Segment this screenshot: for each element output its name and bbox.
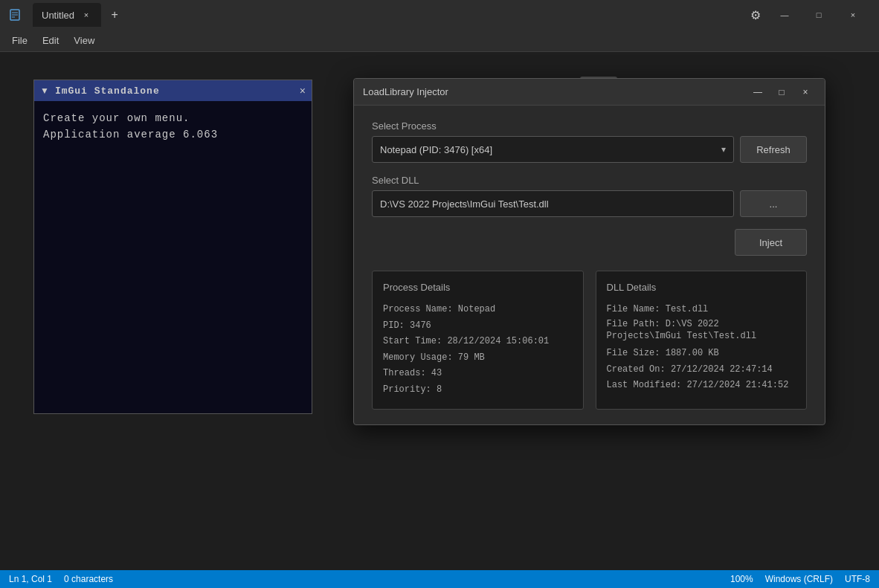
tab-close-btn[interactable]: × bbox=[80, 9, 92, 21]
process-detail-3: Memory Usage: 79 MB bbox=[383, 350, 573, 366]
dialog-content: Select Process Notepad (PID: 3476) [x64]… bbox=[354, 106, 825, 424]
dialog-minimize-btn[interactable]: — bbox=[747, 83, 768, 101]
browse-btn[interactable]: ... bbox=[740, 190, 807, 217]
menu-edit[interactable]: Edit bbox=[36, 32, 65, 49]
notepad-tab[interactable]: Untitled × bbox=[33, 3, 101, 27]
process-detail-5: Priority: 8 bbox=[383, 382, 573, 398]
dropdown-arrow-icon: ▾ bbox=[721, 144, 726, 155]
new-tab-btn[interactable]: + bbox=[104, 4, 125, 25]
menu-file[interactable]: File bbox=[6, 32, 33, 49]
dll-field-row: D:\VS 2022 Projects\ImGui Test\Test.dll … bbox=[372, 190, 807, 217]
line-endings: Windows (CRLF) bbox=[765, 574, 833, 584]
dll-detail-4: Last Modified: 27/12/2024 21:41:52 bbox=[607, 378, 796, 394]
process-details-title: Process Details bbox=[383, 282, 573, 293]
process-detail-2: Start Time: 28/12/2024 15:06:01 bbox=[383, 334, 573, 350]
gear-icon: ⚙ bbox=[750, 8, 761, 22]
dll-detail-1: File Path: D:\VS 2022 Projects\ImGui Tes… bbox=[607, 318, 796, 343]
imgui-content: Create your own menu. Application averag… bbox=[34, 101, 312, 413]
imgui-titlebar: ▼ ImGui Standalone × bbox=[34, 80, 312, 101]
dll-details-panel: DLL Details File Name: Test.dll File Pat… bbox=[596, 271, 808, 410]
minimize-btn[interactable]: — bbox=[767, 3, 802, 27]
dll-detail-3: Created On: 27/12/2024 22:47:14 bbox=[607, 362, 796, 378]
close-btn[interactable]: × bbox=[836, 3, 870, 27]
cursor-position: Ln 1, Col 1 bbox=[9, 574, 52, 584]
zoom-level: 100% bbox=[730, 574, 753, 584]
window-controls: — □ × bbox=[767, 3, 870, 27]
dll-detail-2: File Size: 1887.00 KB bbox=[607, 346, 796, 362]
imgui-window: ▼ ImGui Standalone × Create your own men… bbox=[33, 80, 312, 414]
details-row: Process Details Process Name: Notepad PI… bbox=[372, 271, 807, 410]
dialog-titlebar: LoadLibrary Injector — □ × bbox=[354, 79, 825, 106]
refresh-btn[interactable]: Refresh bbox=[740, 136, 807, 163]
select-dll-label: Select DLL bbox=[372, 175, 807, 186]
process-detail-4: Threads: 43 bbox=[383, 366, 573, 382]
process-details-panel: Process Details Process Name: Notepad PI… bbox=[372, 271, 584, 410]
dll-detail-0: File Name: Test.dll bbox=[607, 302, 796, 318]
dialog-close-btn[interactable]: × bbox=[795, 83, 816, 101]
maximize-btn[interactable]: □ bbox=[802, 3, 836, 27]
process-detail-1: PID: 3476 bbox=[383, 318, 573, 335]
dialog-controls: — □ × bbox=[747, 83, 816, 101]
notepad-titlebar: Untitled × + ⚙ — □ × bbox=[0, 0, 879, 30]
process-dropdown[interactable]: Notepad (PID: 3476) [x64] ▾ bbox=[372, 136, 734, 163]
process-field-row: Notepad (PID: 3476) [x64] ▾ Refresh bbox=[372, 136, 807, 163]
settings-btn[interactable]: ⚙ bbox=[744, 3, 767, 27]
select-process-label: Select Process bbox=[372, 120, 807, 132]
imgui-title: ImGui Standalone bbox=[55, 85, 294, 97]
encoding: UTF-8 bbox=[845, 574, 870, 584]
injector-dialog: LoadLibrary Injector — □ × Select Proces… bbox=[353, 78, 825, 425]
imgui-line2: Application average 6.063 bbox=[43, 126, 303, 143]
tab-title: Untitled bbox=[42, 10, 74, 21]
imgui-close-btn[interactable]: × bbox=[300, 85, 306, 97]
dll-details-title: DLL Details bbox=[607, 282, 796, 293]
menu-view[interactable]: View bbox=[68, 32, 100, 49]
statusbar: Ln 1, Col 1 0 characters 100% Windows (C… bbox=[0, 570, 879, 588]
dll-path-field[interactable]: D:\VS 2022 Projects\ImGui Test\Test.dll bbox=[372, 190, 734, 217]
dialog-title: LoadLibrary Injector bbox=[363, 86, 747, 97]
menubar: File Edit View bbox=[0, 30, 879, 52]
process-value: Notepad (PID: 3476) [x64] bbox=[380, 144, 492, 155]
inject-btn[interactable]: Inject bbox=[735, 229, 807, 256]
char-count: 0 characters bbox=[64, 574, 113, 584]
process-detail-0: Process Name: Notepad bbox=[383, 302, 573, 318]
dialog-maximize-btn[interactable]: □ bbox=[771, 83, 792, 101]
inject-row: Inject bbox=[372, 229, 807, 256]
imgui-collapse-arrow[interactable]: ▼ bbox=[40, 85, 49, 96]
notepad-icon bbox=[9, 7, 24, 22]
imgui-line1: Create your own menu. bbox=[43, 110, 303, 126]
